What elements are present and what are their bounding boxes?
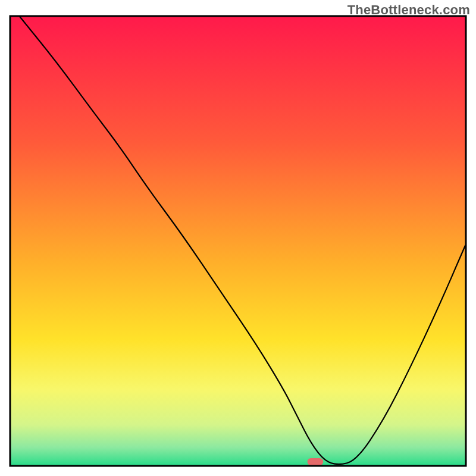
bottleneck-chart: TheBottleneck.com xyxy=(0,0,476,476)
watermark-text: TheBottleneck.com xyxy=(347,2,470,18)
gradient-background xyxy=(11,17,465,465)
optimal-marker xyxy=(308,458,324,465)
chart-svg xyxy=(0,0,476,476)
